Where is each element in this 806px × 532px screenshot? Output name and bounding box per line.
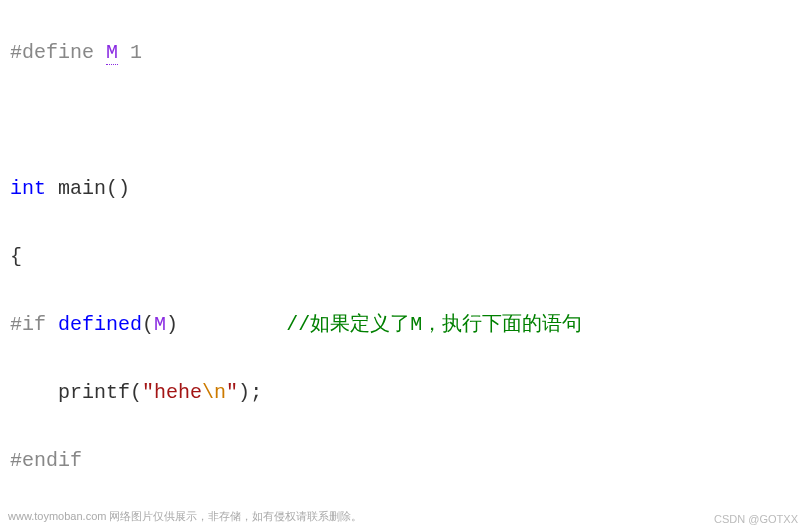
code-line-3: int main() [4, 172, 802, 206]
func-printf: printf [58, 381, 130, 404]
comment-1: //如果定义了M，执行下面的语句 [286, 313, 582, 336]
code-line-blank [4, 104, 802, 138]
macro-ref-m: M [154, 313, 166, 336]
quote-close: " [226, 381, 238, 404]
escape-n: \n [202, 381, 226, 404]
code-line-6: printf("hehe\n"); [4, 376, 802, 410]
preproc-endif: #endif [10, 449, 82, 472]
code-line-7: #endif [4, 444, 802, 478]
footer-watermark-left: www.toymoban.com 网络图片仅供展示，非存储，如有侵权请联系删除。 [8, 507, 362, 526]
paren-close: ) [238, 381, 250, 404]
code-block: #define M 1 int main() { #if defined(M) … [4, 2, 802, 532]
string-hehe: hehe [154, 381, 202, 404]
indent [10, 381, 58, 404]
quote-open: " [142, 381, 154, 404]
parens: () [106, 177, 130, 200]
footer-watermark-right: CSDN @GOTXX [714, 510, 798, 529]
paren-open: ( [130, 381, 142, 404]
preproc-if: #if [10, 313, 46, 336]
semicolon: ; [250, 381, 262, 404]
code-line-1: #define M 1 [4, 36, 802, 70]
paren-close: ) [166, 313, 178, 336]
preproc-define: #define [10, 41, 94, 64]
code-line-5: #if defined(M) //如果定义了M，执行下面的语句 [4, 308, 802, 342]
macro-m: M [106, 41, 118, 65]
func-main: main [58, 177, 106, 200]
keyword-int: int [10, 177, 46, 200]
code-line-4: { [4, 240, 802, 274]
open-brace: { [10, 245, 22, 268]
keyword-defined: defined [58, 313, 142, 336]
macro-value: 1 [130, 41, 142, 64]
paren-open: ( [142, 313, 154, 336]
